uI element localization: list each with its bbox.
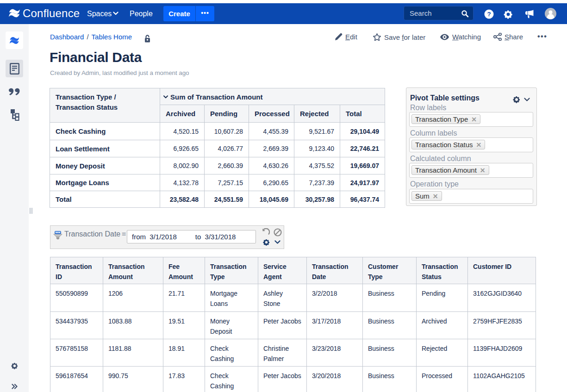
svg-text:?: ? bbox=[487, 11, 491, 18]
